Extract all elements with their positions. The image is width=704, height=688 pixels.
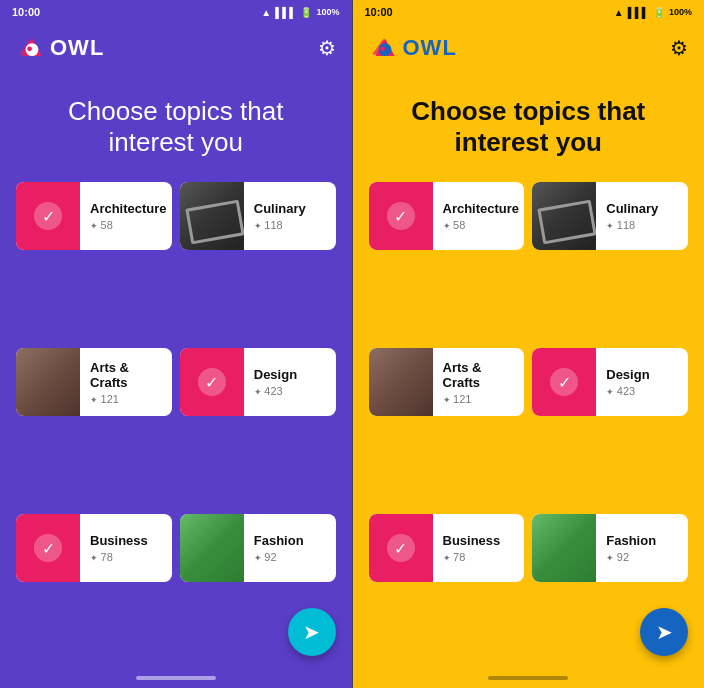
topic-thumb-fashion <box>180 514 244 582</box>
topic-thumb-culinary <box>532 182 596 250</box>
topic-info-fashion: Fashion 92 <box>596 525 688 571</box>
topic-card-architecture[interactable]: ✓ Architecture 58 <box>369 182 525 250</box>
topic-thumb-arts <box>16 348 80 416</box>
logo-text: OWL <box>403 35 457 61</box>
status-icons: ▲ ▌▌▌ 🔋 100% <box>614 7 692 18</box>
logo-text: OWL <box>50 35 104 61</box>
topic-thumb-architecture: ✓ <box>369 182 433 250</box>
status-time: 10:00 <box>365 6 393 18</box>
battery-level: 100% <box>316 7 339 17</box>
topic-info-business: Business 78 <box>80 525 172 571</box>
topic-thumb-architecture: ✓ <box>16 182 80 250</box>
topic-card-culinary[interactable]: Culinary 118 <box>180 182 336 250</box>
topic-card-architecture[interactable]: ✓ Architecture 58 <box>16 182 172 250</box>
topic-count-architecture: 58 <box>90 219 167 231</box>
topic-info-design: Design 423 <box>596 359 688 405</box>
header: OWL ⚙ <box>0 24 352 72</box>
topic-card-culinary[interactable]: Culinary 118 <box>532 182 688 250</box>
topic-card-arts[interactable]: Arts & Crafts 121 <box>16 348 172 416</box>
owl-logo-icon <box>16 32 48 64</box>
topic-count-design: 423 <box>254 385 326 397</box>
wifi-icon: ▲ <box>261 7 271 18</box>
topic-count-business: 78 <box>90 551 162 563</box>
screen-yellow: 10:00 ▲ ▌▌▌ 🔋 100% O <box>353 0 705 688</box>
topic-count-fashion: 92 <box>606 551 678 563</box>
owl-logo-icon <box>369 32 401 64</box>
topic-card-arts[interactable]: Arts & Crafts 121 <box>369 348 525 416</box>
svg-point-3 <box>27 46 32 51</box>
topic-count-fashion: 92 <box>254 551 326 563</box>
topic-thumb-fashion <box>532 514 596 582</box>
page-heading: Choose topics that interest you <box>353 72 705 174</box>
fab-button[interactable]: ➤ <box>288 608 336 656</box>
topic-count-arts: 121 <box>443 393 515 405</box>
topic-thumb-design: ✓ <box>532 348 596 416</box>
topic-info-architecture: Architecture 58 <box>80 193 172 239</box>
topic-count-culinary: 118 <box>606 219 678 231</box>
topic-name-business: Business <box>90 533 162 548</box>
topic-info-culinary: Culinary 118 <box>596 193 688 239</box>
topic-thumb-culinary <box>180 182 244 250</box>
signal-icon: ▌▌▌ <box>628 7 649 18</box>
page-heading: Choose topics that interest you <box>0 72 352 174</box>
topic-count-design: 423 <box>606 385 678 397</box>
topic-name-culinary: Culinary <box>606 201 678 216</box>
topic-card-fashion[interactable]: Fashion 92 <box>180 514 336 582</box>
battery-icon: 🔋 <box>653 7 665 18</box>
topic-card-design[interactable]: ✓ Design 423 <box>532 348 688 416</box>
svg-point-9 <box>385 46 390 51</box>
home-indicator <box>136 676 216 680</box>
status-time: 10:00 <box>12 6 40 18</box>
topic-info-fashion: Fashion 92 <box>244 525 336 571</box>
topic-thumb-business: ✓ <box>369 514 433 582</box>
topic-name-business: Business <box>443 533 515 548</box>
fab-icon: ➤ <box>656 620 673 644</box>
topic-card-design[interactable]: ✓ Design 423 <box>180 348 336 416</box>
topic-name-arts: Arts & Crafts <box>90 360 162 390</box>
topic-name-arts: Arts & Crafts <box>443 360 515 390</box>
topic-thumb-arts <box>369 348 433 416</box>
topic-name-design: Design <box>606 367 678 382</box>
signal-icon: ▌▌▌ <box>275 7 296 18</box>
settings-icon[interactable]: ⚙ <box>670 36 688 60</box>
topic-name-culinary: Culinary <box>254 201 326 216</box>
screen-purple: 10:00 ▲ ▌▌▌ 🔋 100% O <box>0 0 352 688</box>
status-bar: 10:00 ▲ ▌▌▌ 🔋 100% <box>353 0 705 24</box>
fab-button[interactable]: ➤ <box>640 608 688 656</box>
topic-thumb-design: ✓ <box>180 348 244 416</box>
topic-card-fashion[interactable]: Fashion 92 <box>532 514 688 582</box>
settings-icon[interactable]: ⚙ <box>318 36 336 60</box>
status-bar: 10:00 ▲ ▌▌▌ 🔋 100% <box>0 0 352 24</box>
header: OWL ⚙ <box>353 24 705 72</box>
logo: OWL <box>16 32 104 64</box>
topic-name-design: Design <box>254 367 326 382</box>
topic-card-business[interactable]: ✓ Business 78 <box>16 514 172 582</box>
topic-name-architecture: Architecture <box>443 201 520 216</box>
topic-card-business[interactable]: ✓ Business 78 <box>369 514 525 582</box>
topic-count-architecture: 58 <box>443 219 520 231</box>
topic-count-culinary: 118 <box>254 219 326 231</box>
topic-count-business: 78 <box>443 551 515 563</box>
topic-info-arts: Arts & Crafts 121 <box>433 352 525 413</box>
topic-info-business: Business 78 <box>433 525 525 571</box>
wifi-icon: ▲ <box>614 7 624 18</box>
battery-icon: 🔋 <box>300 7 312 18</box>
topic-thumb-business: ✓ <box>16 514 80 582</box>
logo: OWL <box>369 32 457 64</box>
topic-name-fashion: Fashion <box>254 533 326 548</box>
topic-info-arts: Arts & Crafts 121 <box>80 352 172 413</box>
topic-name-fashion: Fashion <box>606 533 678 548</box>
topic-info-architecture: Architecture 58 <box>433 193 525 239</box>
fab-icon: ➤ <box>303 620 320 644</box>
topic-info-culinary: Culinary 118 <box>244 193 336 239</box>
svg-point-4 <box>32 46 37 51</box>
battery-level: 100% <box>669 7 692 17</box>
home-indicator <box>488 676 568 680</box>
topic-info-design: Design 423 <box>244 359 336 405</box>
status-icons: ▲ ▌▌▌ 🔋 100% <box>261 7 339 18</box>
svg-point-8 <box>380 46 385 51</box>
topic-count-arts: 121 <box>90 393 162 405</box>
topic-name-architecture: Architecture <box>90 201 167 216</box>
